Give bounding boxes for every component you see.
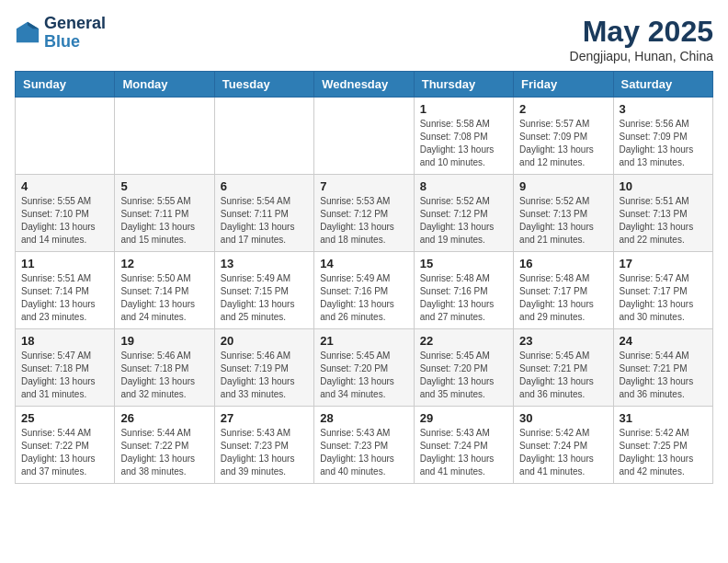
day-info: Sunrise: 5:49 AM Sunset: 7:16 PM Dayligh… xyxy=(320,272,407,324)
day-info: Sunrise: 5:46 AM Sunset: 7:18 PM Dayligh… xyxy=(120,350,208,401)
calendar-week-row: 4Sunrise: 5:55 AM Sunset: 7:10 PM Daylig… xyxy=(16,175,713,252)
weekday-header-wednesday: Wednesday xyxy=(314,72,414,98)
day-info: Sunrise: 5:55 AM Sunset: 7:10 PM Dayligh… xyxy=(21,195,108,247)
calendar-cell xyxy=(214,98,313,175)
day-number: 30 xyxy=(519,411,607,425)
day-info: Sunrise: 5:57 AM Sunset: 7:09 PM Dayligh… xyxy=(519,118,607,169)
location: Dengjiapu, Hunan, China xyxy=(570,49,713,63)
day-number: 26 xyxy=(120,411,208,425)
calendar-cell: 15Sunrise: 5:48 AM Sunset: 7:16 PM Dayli… xyxy=(414,252,513,329)
calendar-cell: 3Sunrise: 5:56 AM Sunset: 7:09 PM Daylig… xyxy=(613,98,712,175)
day-info: Sunrise: 5:44 AM Sunset: 7:21 PM Dayligh… xyxy=(620,350,707,401)
calendar-cell: 23Sunrise: 5:45 AM Sunset: 7:21 PM Dayli… xyxy=(514,329,613,407)
calendar-cell: 5Sunrise: 5:55 AM Sunset: 7:11 PM Daylig… xyxy=(115,175,214,252)
day-info: Sunrise: 5:43 AM Sunset: 7:24 PM Dayligh… xyxy=(420,427,507,478)
day-number: 17 xyxy=(620,257,707,270)
day-number: 6 xyxy=(221,179,308,193)
calendar-cell: 4Sunrise: 5:55 AM Sunset: 7:10 PM Daylig… xyxy=(16,175,115,252)
day-info: Sunrise: 5:45 AM Sunset: 7:20 PM Dayligh… xyxy=(420,350,507,401)
day-number: 12 xyxy=(120,257,208,270)
weekday-header-tuesday: Tuesday xyxy=(214,72,313,98)
calendar-cell: 24Sunrise: 5:44 AM Sunset: 7:21 PM Dayli… xyxy=(613,329,712,407)
day-info: Sunrise: 5:45 AM Sunset: 7:21 PM Dayligh… xyxy=(519,350,607,401)
day-number: 4 xyxy=(21,179,108,193)
month-title: May 2025 xyxy=(570,15,713,49)
day-info: Sunrise: 5:56 AM Sunset: 7:09 PM Dayligh… xyxy=(620,118,707,169)
day-number: 31 xyxy=(620,411,707,425)
logo-line2: Blue xyxy=(44,33,106,52)
day-info: Sunrise: 5:42 AM Sunset: 7:24 PM Dayligh… xyxy=(519,427,607,478)
calendar-cell: 10Sunrise: 5:51 AM Sunset: 7:13 PM Dayli… xyxy=(613,175,712,252)
day-number: 24 xyxy=(620,334,707,348)
day-number: 3 xyxy=(620,102,707,116)
day-number: 20 xyxy=(221,334,308,348)
calendar-cell: 21Sunrise: 5:45 AM Sunset: 7:20 PM Dayli… xyxy=(314,329,414,407)
day-info: Sunrise: 5:54 AM Sunset: 7:11 PM Dayligh… xyxy=(221,195,308,247)
day-number: 29 xyxy=(420,411,507,425)
weekday-header-saturday: Saturday xyxy=(613,72,712,98)
day-info: Sunrise: 5:47 AM Sunset: 7:17 PM Dayligh… xyxy=(620,272,707,324)
logo-line1: General xyxy=(44,15,106,33)
day-info: Sunrise: 5:49 AM Sunset: 7:15 PM Dayligh… xyxy=(221,272,308,324)
calendar-table: SundayMondayTuesdayWednesdayThursdayFrid… xyxy=(15,71,713,484)
day-number: 14 xyxy=(320,257,407,270)
day-info: Sunrise: 5:52 AM Sunset: 7:13 PM Dayligh… xyxy=(519,195,607,247)
calendar-cell: 19Sunrise: 5:46 AM Sunset: 7:18 PM Dayli… xyxy=(115,329,214,407)
weekday-header-sunday: Sunday xyxy=(16,72,115,98)
weekday-header-friday: Friday xyxy=(514,72,613,98)
weekday-header-monday: Monday xyxy=(115,72,214,98)
calendar-cell xyxy=(115,98,214,175)
calendar-cell: 17Sunrise: 5:47 AM Sunset: 7:17 PM Dayli… xyxy=(613,252,712,329)
calendar-cell: 13Sunrise: 5:49 AM Sunset: 7:15 PM Dayli… xyxy=(214,252,313,329)
calendar-week-row: 25Sunrise: 5:44 AM Sunset: 7:22 PM Dayli… xyxy=(16,407,713,484)
day-number: 13 xyxy=(221,257,308,270)
day-number: 23 xyxy=(519,334,607,348)
day-info: Sunrise: 5:50 AM Sunset: 7:14 PM Dayligh… xyxy=(120,272,208,324)
day-number: 22 xyxy=(420,334,507,348)
day-info: Sunrise: 5:45 AM Sunset: 7:20 PM Dayligh… xyxy=(320,350,407,401)
day-number: 2 xyxy=(519,102,607,116)
day-number: 1 xyxy=(420,102,507,116)
day-number: 25 xyxy=(21,411,108,425)
day-info: Sunrise: 5:48 AM Sunset: 7:17 PM Dayligh… xyxy=(519,272,607,324)
calendar-cell: 30Sunrise: 5:42 AM Sunset: 7:24 PM Dayli… xyxy=(514,407,613,484)
day-number: 10 xyxy=(620,179,707,193)
calendar-cell: 7Sunrise: 5:53 AM Sunset: 7:12 PM Daylig… xyxy=(314,175,414,252)
page-header: General Blue May 2025 Dengjiapu, Hunan, … xyxy=(15,15,713,63)
day-info: Sunrise: 5:58 AM Sunset: 7:08 PM Dayligh… xyxy=(420,118,507,169)
calendar-cell xyxy=(314,98,414,175)
day-number: 16 xyxy=(519,257,607,270)
day-info: Sunrise: 5:48 AM Sunset: 7:16 PM Dayligh… xyxy=(420,272,507,324)
logo-icon xyxy=(15,20,40,46)
day-number: 21 xyxy=(320,334,407,348)
day-info: Sunrise: 5:47 AM Sunset: 7:18 PM Dayligh… xyxy=(21,350,108,401)
day-info: Sunrise: 5:46 AM Sunset: 7:19 PM Dayligh… xyxy=(221,350,308,401)
weekday-header-thursday: Thursday xyxy=(414,72,513,98)
calendar-week-row: 18Sunrise: 5:47 AM Sunset: 7:18 PM Dayli… xyxy=(16,329,713,407)
calendar-cell: 29Sunrise: 5:43 AM Sunset: 7:24 PM Dayli… xyxy=(414,407,513,484)
calendar-cell: 8Sunrise: 5:52 AM Sunset: 7:12 PM Daylig… xyxy=(414,175,513,252)
calendar-cell: 22Sunrise: 5:45 AM Sunset: 7:20 PM Dayli… xyxy=(414,329,513,407)
day-number: 18 xyxy=(21,334,108,348)
day-info: Sunrise: 5:44 AM Sunset: 7:22 PM Dayligh… xyxy=(21,427,108,478)
calendar-cell: 26Sunrise: 5:44 AM Sunset: 7:22 PM Dayli… xyxy=(115,407,214,484)
day-info: Sunrise: 5:42 AM Sunset: 7:25 PM Dayligh… xyxy=(620,427,707,478)
day-number: 27 xyxy=(221,411,308,425)
calendar-cell: 28Sunrise: 5:43 AM Sunset: 7:23 PM Dayli… xyxy=(314,407,414,484)
day-info: Sunrise: 5:43 AM Sunset: 7:23 PM Dayligh… xyxy=(221,427,308,478)
day-number: 9 xyxy=(519,179,607,193)
day-info: Sunrise: 5:53 AM Sunset: 7:12 PM Dayligh… xyxy=(320,195,407,247)
calendar-cell: 1Sunrise: 5:58 AM Sunset: 7:08 PM Daylig… xyxy=(414,98,513,175)
day-info: Sunrise: 5:51 AM Sunset: 7:13 PM Dayligh… xyxy=(620,195,707,247)
calendar-cell: 12Sunrise: 5:50 AM Sunset: 7:14 PM Dayli… xyxy=(115,252,214,329)
calendar-cell: 6Sunrise: 5:54 AM Sunset: 7:11 PM Daylig… xyxy=(214,175,313,252)
calendar-cell xyxy=(16,98,115,175)
day-number: 8 xyxy=(420,179,507,193)
logo: General Blue xyxy=(15,15,106,52)
day-number: 19 xyxy=(120,334,208,348)
calendar-cell: 2Sunrise: 5:57 AM Sunset: 7:09 PM Daylig… xyxy=(514,98,613,175)
calendar-cell: 20Sunrise: 5:46 AM Sunset: 7:19 PM Dayli… xyxy=(214,329,313,407)
day-info: Sunrise: 5:44 AM Sunset: 7:22 PM Dayligh… xyxy=(120,427,208,478)
day-number: 5 xyxy=(120,179,208,193)
weekday-header-row: SundayMondayTuesdayWednesdayThursdayFrid… xyxy=(16,72,713,98)
